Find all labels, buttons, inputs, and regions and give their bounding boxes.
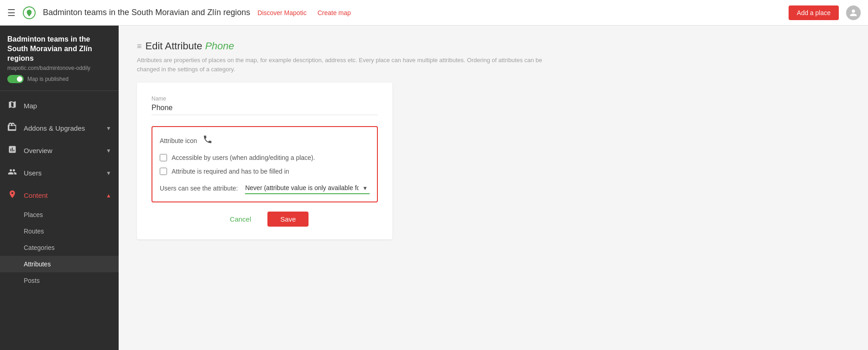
sidebar-item-label-map: Map	[24, 102, 111, 110]
chevron-up-icon: ▲	[106, 192, 111, 199]
addons-icon	[7, 122, 17, 134]
publish-toggle-switch[interactable]	[7, 75, 24, 83]
save-button[interactable]: Save	[267, 212, 309, 227]
page-title-static: Edit Attribute	[146, 40, 205, 52]
accessible-checkbox-row: Accessible by users (when adding/editing…	[160, 154, 370, 161]
cancel-button[interactable]: Cancel	[221, 212, 261, 227]
sidebar-item-users[interactable]: Users ▼	[0, 162, 119, 184]
users-see-row: Users can see the attribute: Never (attr…	[160, 182, 370, 194]
accessible-checkbox-label: Accessible by users (when adding/editing…	[172, 154, 315, 161]
sidebar-project-url: mapotic.com/badmintonove-oddily	[7, 65, 111, 71]
list-icon: ≡	[137, 42, 142, 51]
hamburger-icon[interactable]: ☰	[7, 7, 16, 18]
name-label: Name	[152, 95, 378, 102]
form-actions: Cancel Save	[152, 212, 378, 227]
sidebar-item-overview[interactable]: Overview ▼	[0, 139, 119, 162]
sidebar-subitem-categories[interactable]: Categories	[0, 239, 119, 256]
content-icon	[7, 190, 17, 201]
sidebar: Badminton teams in the South Moravian an…	[0, 26, 119, 350]
nav-left: ☰ Badminton teams in the South Moravian …	[7, 6, 781, 19]
nav-links: Discover Mapotic Create map	[257, 9, 351, 16]
sidebar-item-label-users: Users	[24, 169, 99, 177]
top-nav: ☰ Badminton teams in the South Moravian …	[0, 0, 868, 26]
chevron-down-icon-2: ▼	[106, 148, 111, 154]
users-see-select-wrapper: Never (attribute value is only available…	[245, 182, 370, 194]
required-checkbox-label: Attribute is required and has to be fill…	[172, 168, 289, 175]
chevron-down-icon-3: ▼	[106, 170, 111, 176]
publish-label: Map is published	[27, 76, 68, 82]
sidebar-item-label-overview: Overview	[24, 147, 99, 154]
sidebar-divider-1	[0, 90, 119, 91]
nav-page-title: Badminton teams in the South Moravian an…	[43, 8, 250, 17]
sidebar-header: Badminton teams in the South Moravian an…	[0, 26, 119, 87]
sidebar-item-addons[interactable]: Addons & Upgrades ▼	[0, 117, 119, 139]
users-see-select[interactable]: Never (attribute value is only available…	[245, 182, 370, 194]
attribute-icon-row: Attribute icon	[160, 134, 370, 147]
sidebar-subitem-places[interactable]: Places	[0, 207, 119, 223]
sidebar-subitem-routes[interactable]: Routes	[0, 223, 119, 239]
attribute-icon-label: Attribute icon	[160, 137, 197, 144]
required-checkbox-row: Attribute is required and has to be fill…	[160, 168, 370, 175]
sidebar-subitem-attributes[interactable]: Attributes	[0, 256, 119, 272]
page-title-row: ≡ Edit Attribute Phone	[137, 40, 850, 52]
publish-toggle: Map is published	[7, 75, 111, 83]
users-icon	[7, 167, 17, 179]
add-place-button[interactable]: Add a place	[789, 5, 839, 20]
sidebar-project-title: Badminton teams in the South Moravian an…	[7, 35, 111, 63]
mapotic-logo	[23, 6, 36, 19]
page-header: ≡ Edit Attribute Phone Attributes are pr…	[137, 40, 850, 74]
layout: Badminton teams in the South Moravian an…	[0, 26, 868, 350]
phone-icon	[203, 134, 213, 147]
page-description: Attributes are properties of places on t…	[137, 56, 548, 74]
map-icon	[7, 100, 17, 111]
form-card: Name Phone Attribute icon Accessible by …	[137, 83, 392, 239]
name-value: Phone	[152, 104, 378, 115]
create-map-link[interactable]: Create map	[318, 9, 351, 16]
page-title: Edit Attribute Phone	[146, 40, 234, 52]
users-see-label: Users can see the attribute:	[160, 185, 238, 192]
sidebar-item-content[interactable]: Content ▲	[0, 184, 119, 207]
name-field-group: Name Phone	[152, 95, 378, 115]
accessible-checkbox[interactable]	[160, 154, 167, 161]
required-checkbox[interactable]	[160, 168, 167, 175]
attribute-section: Attribute icon Accessible by users (when…	[152, 126, 378, 202]
page-title-italic: Phone	[205, 40, 234, 52]
sidebar-subitem-posts[interactable]: Posts	[0, 272, 119, 289]
discover-mapotic-link[interactable]: Discover Mapotic	[257, 9, 306, 16]
chevron-down-icon: ▼	[106, 125, 111, 132]
overview-icon	[7, 145, 17, 156]
sidebar-item-label-content: Content	[24, 191, 99, 199]
main-content: ≡ Edit Attribute Phone Attributes are pr…	[119, 26, 868, 350]
avatar[interactable]	[846, 5, 861, 20]
sidebar-item-label-addons: Addons & Upgrades	[24, 124, 99, 132]
sidebar-item-map[interactable]: Map	[0, 95, 119, 117]
